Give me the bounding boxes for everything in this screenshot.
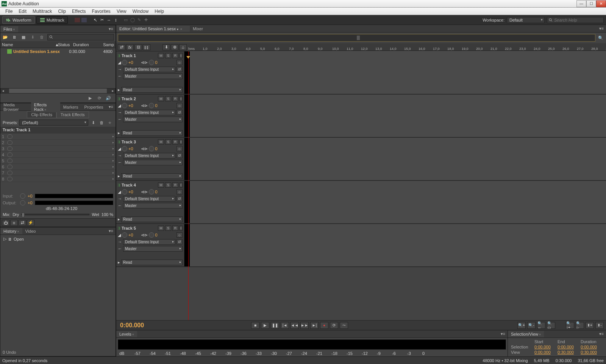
close-icon[interactable]: × <box>44 108 46 112</box>
input-mono-button[interactable]: Ø <box>176 110 183 115</box>
zoom-in-button[interactable]: 🔍+ <box>517 322 526 329</box>
close-button[interactable]: ✕ <box>596 0 606 7</box>
output-gain-value[interactable]: +0 <box>28 201 33 205</box>
sv-sel-end[interactable]: 0:00.000 <box>558 345 580 349</box>
record-button[interactable]: ● <box>320 322 328 329</box>
new-multitrack-button[interactable]: ▦ <box>20 34 27 40</box>
menu-clip[interactable]: Clip <box>55 9 69 14</box>
files-scrollbar[interactable]: ◄► <box>0 88 116 93</box>
monitor-button[interactable]: ⦀ <box>180 96 183 101</box>
col-samp[interactable]: Samp <box>91 42 116 47</box>
import-button[interactable]: 🗎 <box>11 34 18 40</box>
input-gain-knob[interactable] <box>20 193 25 199</box>
spectral-freq-button[interactable] <box>74 17 81 23</box>
input-mono-button[interactable]: Ø <box>176 239 183 244</box>
search-help-box[interactable] <box>547 17 604 23</box>
sends-button[interactable]: ⊟ <box>134 44 142 50</box>
effect-slot[interactable]: 8▸ <box>0 176 116 182</box>
close-icon[interactable]: × <box>17 230 19 233</box>
brush-tool[interactable]: ✎ <box>136 17 143 23</box>
menu-window[interactable]: Window <box>130 9 152 14</box>
loop-button[interactable]: ⟳ <box>330 322 338 329</box>
effects-rack-tab[interactable]: Effects Rack× <box>31 102 60 112</box>
pan-value[interactable]: 0 <box>155 190 158 194</box>
panel-menu-icon[interactable]: ▾≡ <box>498 331 508 336</box>
selection-view-tab[interactable]: Selection/View× <box>508 331 544 337</box>
volume-knob[interactable] <box>122 146 127 151</box>
snap-button[interactable]: ⬇ <box>162 44 170 50</box>
pan-knob[interactable] <box>149 60 154 65</box>
minimize-button[interactable]: — <box>576 0 586 7</box>
move-tool[interactable]: ↖ <box>92 17 99 23</box>
track-input-dropdown[interactable]: Default Stereo Input <box>123 67 175 72</box>
stop-button[interactable]: ■ <box>251 322 259 329</box>
output-gain-knob[interactable] <box>20 200 25 205</box>
eq-button[interactable]: ⫿⫿ <box>143 44 150 50</box>
track-lane[interactable] <box>190 51 606 94</box>
playhead[interactable] <box>188 51 189 320</box>
clip-effects-tab[interactable]: Clip Effects <box>27 111 56 118</box>
sv-sel-dur[interactable]: 0:00.000 <box>581 345 603 349</box>
open-file-button[interactable]: 📂 <box>2 34 9 40</box>
close-file-button[interactable]: 🗑 <box>38 34 45 40</box>
track-input-dropdown[interactable]: Default Stereo Input <box>123 110 175 115</box>
phase-button[interactable]: ⦶ <box>176 103 183 108</box>
record-arm-button[interactable]: R <box>172 139 178 145</box>
input-mono-button[interactable]: Ø <box>176 67 183 72</box>
col-duration[interactable]: Duration <box>72 42 91 47</box>
volume-value[interactable]: +0 <box>128 103 133 108</box>
mute-button[interactable]: M <box>158 96 164 101</box>
monitor-button[interactable]: ⦀ <box>180 226 183 231</box>
close-icon[interactable]: × <box>132 333 134 336</box>
effect-slot[interactable]: 2▸ <box>0 140 116 146</box>
mute-button[interactable]: M <box>158 53 164 58</box>
history-tab[interactable]: History× <box>0 228 22 234</box>
solo-button[interactable]: S <box>165 182 171 188</box>
workspace-dropdown[interactable]: Default <box>507 17 545 23</box>
track-output-dropdown[interactable]: Master <box>123 73 183 79</box>
track-output-dropdown[interactable]: Master <box>123 246 183 252</box>
track-input-dropdown[interactable]: Default Stereo Input <box>123 196 175 202</box>
solo-button[interactable]: S <box>165 226 171 231</box>
automation-expand-icon[interactable]: ▸ <box>118 217 120 222</box>
video-tab[interactable]: Video <box>22 228 39 234</box>
track-handle-icon[interactable]: ⦙⦀ <box>118 96 120 101</box>
volume-knob[interactable] <box>122 60 127 65</box>
volume-value[interactable]: +0 <box>128 233 133 237</box>
chevron-right-icon[interactable]: ▸ <box>112 177 114 180</box>
panel-menu-icon[interactable]: ▾≡ <box>597 331 606 336</box>
pan-value[interactable]: 0 <box>155 146 158 151</box>
list-button[interactable]: ≡ <box>10 220 18 226</box>
slip-tool[interactable]: ↔ <box>106 17 112 23</box>
heal-tool[interactable]: ✚ <box>143 17 150 23</box>
mute-button[interactable]: M <box>158 226 164 231</box>
zoom-sel-button[interactable]: 🔍▭ <box>547 322 555 329</box>
track-output-dropdown[interactable]: Master <box>123 160 183 165</box>
track-lane[interactable] <box>190 138 606 180</box>
effect-slot[interactable]: 4▸ <box>0 152 116 158</box>
chevron-right-icon[interactable]: ▸ <box>112 153 114 156</box>
input-mono-button[interactable]: Ø <box>176 153 183 158</box>
automation-mode-dropdown[interactable]: Read <box>121 130 183 136</box>
pan-knob[interactable] <box>149 146 154 151</box>
track-name[interactable]: Track 3 <box>122 140 157 144</box>
track-name[interactable]: Track 4 <box>122 183 157 187</box>
automation-expand-icon[interactable]: ▸ <box>118 87 120 92</box>
automation-mode-dropdown[interactable]: Read <box>121 260 183 265</box>
sv-view-dur[interactable]: 0:30.000 <box>581 350 603 355</box>
sv-view-start[interactable]: 0:00.000 <box>534 350 557 355</box>
chevron-right-icon[interactable]: ▸ <box>112 159 114 162</box>
chevron-right-icon[interactable]: ▸ <box>112 147 114 150</box>
pan-value[interactable]: 0 <box>155 103 158 108</box>
input-gain-value[interactable]: +0 <box>28 194 33 198</box>
favorite-button[interactable]: ★ <box>106 119 113 126</box>
monitor-button[interactable]: ⦀ <box>180 182 183 188</box>
track-handle-icon[interactable]: ⦙⦀ <box>118 140 120 145</box>
files-tab[interactable]: Files× <box>0 26 18 32</box>
slot-power-button[interactable] <box>7 134 12 139</box>
skip-button[interactable]: ⤳ <box>340 322 348 329</box>
slot-power-button[interactable] <box>7 177 12 181</box>
monitor-button[interactable]: ⦀ <box>180 53 183 58</box>
zoom-full-button[interactable]: 🔍↔ <box>537 322 545 329</box>
menu-favorites[interactable]: Favorites <box>89 9 114 14</box>
